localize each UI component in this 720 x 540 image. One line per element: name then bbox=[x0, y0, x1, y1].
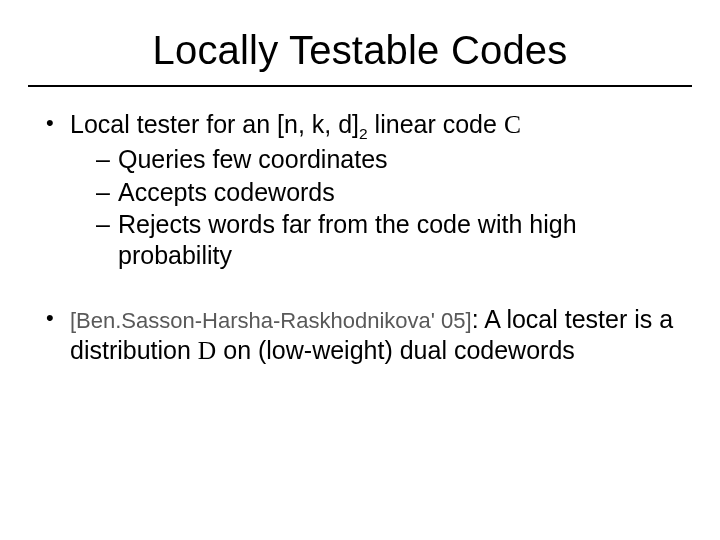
b2-text2: on (low-weight) dual codewords bbox=[216, 336, 575, 364]
b1-text-mid: linear code bbox=[368, 110, 504, 138]
slide: Locally Testable Codes Local tester for … bbox=[0, 0, 720, 540]
b1-code-C: C bbox=[504, 110, 521, 139]
slide-title: Locally Testable Codes bbox=[0, 0, 720, 79]
b1-sub1: Queries few coordinates bbox=[96, 144, 676, 175]
slide-body: Local tester for an [n, k, d]2 linear co… bbox=[0, 87, 720, 366]
bullet-1: Local tester for an [n, k, d]2 linear co… bbox=[44, 109, 676, 270]
b1-sub2: Accepts codewords bbox=[96, 177, 676, 208]
b2-D: D bbox=[198, 336, 216, 365]
b1-sub3: Rejects words far from the code with hig… bbox=[96, 209, 676, 270]
bullet-2: [Ben.Sasson-Harsha-Raskhodnikova' 05]: A… bbox=[44, 304, 676, 366]
b2-citation: [Ben.Sasson-Harsha-Raskhodnikova' 05] bbox=[70, 308, 472, 333]
bullet-list: Local tester for an [n, k, d]2 linear co… bbox=[44, 109, 676, 366]
bullet-1-sublist: Queries few coordinates Accepts codeword… bbox=[70, 144, 676, 270]
b1-text-pre: Local tester for an [n, k, d] bbox=[70, 110, 359, 138]
b2-sep: : bbox=[472, 305, 485, 333]
b1-subscript: 2 bbox=[359, 125, 368, 142]
